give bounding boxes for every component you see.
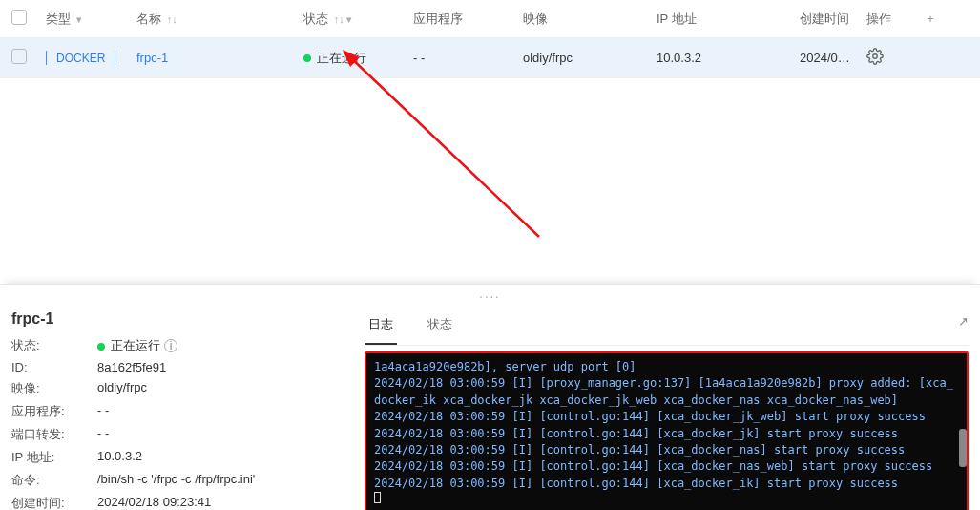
col-app: 应用程序 (406, 11, 515, 28)
row-checkbox[interactable] (11, 49, 27, 64)
label-id: ID: (11, 360, 97, 374)
label-status: 状态: (11, 337, 97, 354)
value-created: 2024/02/18 09:23:41 (97, 495, 211, 510)
annotation-arrow-icon (339, 46, 558, 246)
label-cmd: 命令: (11, 472, 97, 489)
col-ip: IP 地址 (649, 11, 792, 28)
table-header-row: 类型 ▾ 名称 ↑↓ 状态 ↑↓▾ 应用程序 映像 IP 地址 创建时间 操作 … (0, 0, 980, 38)
col-image: 映像 (515, 11, 649, 28)
log-terminal[interactable]: 1a4aca1a920e982b], server udp port [0] 2… (366, 353, 967, 510)
col-name[interactable]: 名称 ↑↓ (129, 11, 296, 28)
value-status: 正在运行 (111, 338, 160, 352)
annotation-layer (0, 78, 980, 284)
value-cmd: /bin/sh -c '/frpc -c /frp/frpc.ini' (97, 472, 255, 489)
label-ip: IP 地址: (11, 449, 97, 466)
open-external-icon[interactable]: ↗ (958, 314, 969, 329)
detail-logs-panel: 日志 状态 ↗ 1a4aca1a920e982b], server udp po… (365, 310, 969, 510)
status-dot-icon (97, 343, 105, 351)
select-all-checkbox[interactable] (11, 10, 27, 25)
detail-title: frpc-1 (11, 310, 345, 328)
filter-icon[interactable]: ▾ (346, 13, 352, 25)
tab-logs[interactable]: 日志 (365, 310, 397, 345)
info-icon[interactable]: i (164, 339, 177, 352)
label-port: 端口转发: (11, 426, 97, 443)
panel-resize-handle[interactable]: .... (0, 284, 980, 301)
svg-point-0 (873, 54, 878, 59)
value-ip: 10.0.3.2 (97, 449, 142, 466)
tab-status[interactable]: 状态 (424, 310, 456, 345)
logs-highlight-box: 1a4aca1a920e982b], server udp port [0] 2… (365, 351, 969, 510)
type-badge: DOCKER (46, 51, 115, 65)
status-dot-icon (303, 54, 311, 62)
container-name-link[interactable]: frpc-1 (136, 51, 168, 65)
sort-icon[interactable]: ↑↓ (167, 13, 177, 25)
detail-panel: frpc-1 状态:正在运行i ID:8a162f5fe91 映像:oldiy/… (0, 301, 980, 510)
settings-button[interactable] (866, 48, 884, 65)
label-created: 创建时间: (11, 495, 97, 510)
value-id: 8a162f5fe91 (97, 360, 166, 374)
label-image: 映像: (11, 380, 97, 397)
value-port: - - (97, 426, 109, 443)
cell-created: 2024/02/1 (792, 51, 859, 65)
col-type[interactable]: 类型 ▾ (38, 11, 129, 28)
svg-line-1 (348, 55, 539, 237)
scrollbar-thumb[interactable] (959, 429, 967, 467)
add-column-button[interactable]: + (916, 11, 945, 26)
label-app: 应用程序: (11, 403, 97, 420)
col-op: 操作 (859, 11, 916, 28)
col-created: 创建时间 (792, 11, 859, 28)
detail-info: frpc-1 状态:正在运行i ID:8a162f5fe91 映像:oldiy/… (11, 310, 345, 510)
filter-icon[interactable]: ▾ (76, 13, 82, 25)
col-status[interactable]: 状态 ↑↓▾ (296, 11, 406, 28)
value-image: oldiy/frpc (97, 380, 147, 397)
sort-icon[interactable]: ↑↓ (334, 13, 344, 25)
cell-ip: 10.0.3.2 (649, 51, 792, 65)
value-app: - - (97, 403, 109, 420)
